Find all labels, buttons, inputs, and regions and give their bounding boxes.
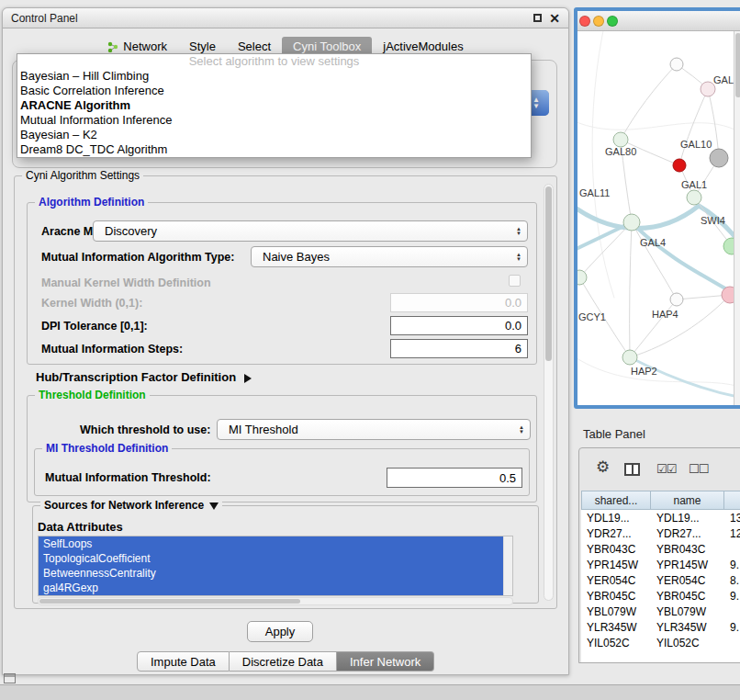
panel-dock-icon[interactable] bbox=[4, 673, 16, 683]
aracne-mode-combobox[interactable]: Discovery ▲▼ bbox=[93, 220, 528, 242]
gear-icon[interactable]: ⚙ bbox=[596, 458, 610, 477]
data-attributes-rows: SelfLoopsTopologicalCoefficientBetweenne… bbox=[39, 536, 503, 595]
table-row[interactable]: YBL079WYBL079W bbox=[581, 604, 740, 619]
list-horizontal-scrollbar[interactable] bbox=[38, 597, 513, 605]
algorithm-option-basic-correlation-inference[interactable]: Basic Correlation Inference bbox=[17, 84, 531, 98]
network-view-window: GALGAL80GAL10GAL11GAL1SWI4GAL4GCY1HAP4HA… bbox=[574, 7, 740, 409]
table-cell: 12... bbox=[724, 525, 740, 541]
apply-button[interactable]: Apply bbox=[247, 621, 313, 642]
network-canvas[interactable]: GALGAL80GAL10GAL11GAL1SWI4GAL4GCY1HAP4HA… bbox=[577, 31, 740, 405]
network-node[interactable] bbox=[673, 159, 686, 172]
desktop: Control Panel ✕ NetworkStyleSelectCyni T… bbox=[0, 0, 740, 700]
hub-section-toggle[interactable]: Hub/Transcription Factor Definition bbox=[36, 370, 252, 384]
sources-toggle[interactable]: Sources for Network Inference bbox=[40, 499, 222, 512]
bottom-tab-infer-network[interactable]: Infer Network bbox=[337, 651, 434, 672]
dpi-tolerance-field[interactable]: 0.0 bbox=[390, 316, 528, 335]
select-all-icon[interactable]: ☑☑ bbox=[656, 462, 676, 476]
table-row[interactable]: YPR145WYPR145W9. bbox=[581, 557, 740, 572]
table-header-row: shared...name bbox=[581, 491, 740, 510]
table-cell: YLR345W bbox=[581, 619, 651, 635]
network-node[interactable] bbox=[710, 149, 728, 167]
which-threshold-combobox[interactable]: MI Threshold ▲▼ bbox=[217, 419, 531, 440]
attribute-item-topologicalcoefficient[interactable]: TopologicalCoefficient bbox=[39, 551, 503, 566]
table-row[interactable]: YDR27...YDR27...12... bbox=[581, 525, 740, 541]
network-node-label: GAL4 bbox=[640, 237, 666, 248]
network-node[interactable] bbox=[577, 270, 587, 285]
control-panel-window: Control Panel ✕ NetworkStyleSelectCyni T… bbox=[2, 7, 569, 675]
zoom-traffic-light-icon[interactable] bbox=[607, 16, 618, 27]
node-table: shared...name YDL19...YDL19...13...YDR27… bbox=[581, 491, 740, 662]
list-vertical-scrollbar[interactable] bbox=[503, 536, 512, 595]
table-cell: YBR045C bbox=[651, 588, 724, 604]
table-row[interactable]: YDL19...YDL19...13... bbox=[581, 510, 740, 525]
table-row[interactable]: YLR345WYLR345W9. bbox=[581, 619, 740, 635]
deselect-all-icon[interactable]: ☐☐ bbox=[689, 462, 708, 476]
network-node-label: HAP4 bbox=[652, 309, 678, 320]
kernel-width-field: 0.0 bbox=[390, 293, 528, 312]
column-header-shared-[interactable]: shared... bbox=[581, 491, 651, 510]
algorithm-option-dream8-dc-tdc-algorithm[interactable]: Dream8 DC_TDC Algorithm bbox=[17, 142, 531, 157]
network-node[interactable] bbox=[670, 293, 683, 306]
network-window-titlebar bbox=[577, 11, 740, 31]
dropdown-placeholder: Select algorithm to view settings bbox=[17, 54, 531, 69]
close-traffic-light-icon[interactable] bbox=[579, 16, 590, 27]
table-row[interactable]: YIL052CYIL052C bbox=[581, 635, 740, 650]
table-cell: 9. bbox=[724, 619, 740, 635]
attribute-item-betweennesscentrality[interactable]: BetweennessCentrality bbox=[39, 566, 503, 581]
algorithm-option-aracne-algorithm[interactable]: ARACNE Algorithm bbox=[17, 98, 531, 113]
attribute-item-selfloops[interactable]: SelfLoops bbox=[39, 536, 503, 551]
algorithm-option-bayesian-k2[interactable]: Bayesian – K2 bbox=[17, 128, 531, 142]
mi-steps-field[interactable]: 6 bbox=[390, 339, 528, 358]
network-edge bbox=[621, 64, 677, 140]
table-row[interactable]: YBR045CYBR045C9. bbox=[581, 588, 740, 604]
network-scrollbar[interactable] bbox=[734, 31, 740, 405]
table-cell: YBL079W bbox=[581, 604, 651, 619]
table-cell bbox=[724, 635, 740, 650]
status-bar bbox=[0, 684, 740, 700]
column-selector-icon[interactable] bbox=[624, 463, 640, 476]
network-node[interactable] bbox=[670, 58, 683, 71]
mi-threshold-field[interactable]: 0.5 bbox=[387, 468, 522, 488]
table-row[interactable]: YER054CYER054C8. bbox=[581, 572, 740, 588]
table-cell: YIL052C bbox=[581, 635, 651, 650]
network-node-label: GAL bbox=[713, 74, 734, 85]
kernel-width-label: Kernel Width (0,1): bbox=[41, 297, 142, 310]
aracne-mode-value: Discovery bbox=[105, 224, 157, 238]
table-panel-window: ⚙ ☑☑ ☐☐ shared...name YDL19...YDL19...13… bbox=[578, 447, 740, 663]
data-attributes-label: Data Attributes bbox=[38, 520, 123, 534]
threshold-definition-title: Threshold Definition bbox=[35, 389, 150, 401]
group-title: Cyni Algorithm Settings bbox=[22, 169, 143, 182]
column-header-2[interactable] bbox=[724, 491, 740, 510]
table-row[interactable]: YBR043CYBR043C bbox=[581, 541, 740, 557]
network-node[interactable] bbox=[613, 132, 628, 147]
close-icon[interactable]: ✕ bbox=[549, 12, 560, 25]
manual-kernel-checkbox bbox=[509, 275, 521, 287]
network-node[interactable] bbox=[623, 214, 640, 231]
table-cell: YIL052C bbox=[651, 635, 724, 650]
algorithm-option-bayesian-hill-climbing[interactable]: Bayesian – Hill Climbing bbox=[17, 69, 531, 84]
float-window-icon[interactable] bbox=[533, 14, 542, 22]
bottom-tab-impute-data[interactable]: Impute Data bbox=[137, 651, 230, 672]
network-edge bbox=[679, 89, 708, 165]
bottom-tab-discretize-data[interactable]: Discretize Data bbox=[230, 651, 337, 672]
table-cell: YBR043C bbox=[651, 541, 724, 557]
settings-scrollbar[interactable] bbox=[544, 184, 554, 601]
mi-threshold-label: Mutual Information Threshold: bbox=[45, 471, 211, 484]
mi-algorithm-type-combobox[interactable]: Naive Bayes ▲▼ bbox=[251, 246, 528, 267]
network-node-label: GCY1 bbox=[578, 311, 606, 322]
table-cell: YDR27... bbox=[651, 525, 724, 541]
which-threshold-label: Which threshold to use: bbox=[80, 423, 210, 436]
attribute-item-gal4rgexp[interactable]: gal4RGexp bbox=[39, 581, 503, 595]
mi-threshold-definition-title: MI Threshold Definition bbox=[42, 442, 172, 455]
minimize-traffic-light-icon[interactable] bbox=[593, 16, 604, 27]
network-node[interactable] bbox=[687, 190, 701, 205]
column-header-name[interactable]: name bbox=[651, 491, 724, 510]
algorithm-option-mutual-information-inference[interactable]: Mutual Information Inference bbox=[17, 113, 531, 128]
network-edge bbox=[632, 222, 677, 299]
table-cell: 8. bbox=[724, 572, 740, 588]
network-svg: GALGAL80GAL10GAL11GAL1SWI4GAL4GCY1HAP4HA… bbox=[577, 31, 740, 405]
table-cell: 9. bbox=[724, 557, 740, 572]
table-cell: YBR043C bbox=[581, 541, 651, 557]
dpi-tolerance-label: DPI Tolerance [0,1]: bbox=[41, 320, 148, 333]
network-node[interactable] bbox=[622, 350, 637, 365]
